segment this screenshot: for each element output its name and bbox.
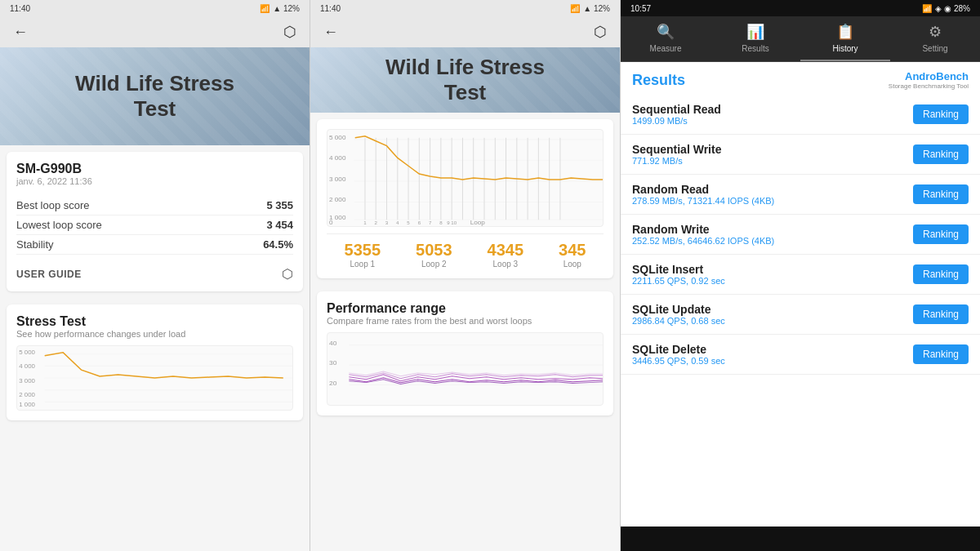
benchmark-rand-read: Random Read 278.59 MB/s, 71321.44 IOPS (… [621, 175, 980, 215]
perf-range-sub: Compare frame rates from the best and wo… [327, 316, 604, 326]
seq-write-value: 771.92 MB/s [632, 156, 721, 166]
svg-text:5 000: 5 000 [19, 349, 35, 355]
svg-text:5 000: 5 000 [329, 134, 346, 141]
svg-text:2 000: 2 000 [329, 197, 346, 204]
hero-title-left: Wild Life StressTest [75, 71, 234, 122]
stability-value: 64.5% [263, 238, 293, 251]
loop-score-2: 5053 Loop 2 [416, 241, 452, 269]
sqlite-insert-name: SQLite Insert [632, 263, 725, 276]
sqlite-update-value: 2986.84 QPS, 0.68 sec [632, 316, 725, 326]
benchmark-sqlite-insert: SQLite Insert 2211.65 QPS, 0.92 sec Rank… [621, 255, 980, 295]
sqlite-delete-ranking-btn[interactable]: Ranking [913, 344, 969, 364]
rand-write-ranking-btn[interactable]: Ranking [913, 224, 969, 244]
seq-read-value: 1499.09 MB/s [632, 116, 721, 126]
results-icon: 📊 [746, 23, 764, 41]
perf-range-title: Performance range [327, 301, 604, 316]
rand-read-name: Random Read [632, 183, 774, 196]
loop-3-value: 4345 [488, 241, 524, 260]
back-icon-mid[interactable]: ← [323, 24, 338, 41]
best-loop-row: Best loop score 5 355 [16, 196, 293, 216]
share-icon-guide[interactable]: ⬡ [282, 266, 293, 282]
back-icon-left[interactable]: ← [13, 24, 28, 41]
main-chart-svg: 5 000 4 000 3 000 2 000 1 000 0 [327, 130, 603, 226]
sqlite-update-name: SQLite Update [632, 303, 725, 316]
status-bar-mid: 11:40 📶 ▲ 12% [310, 0, 620, 16]
benchmark-seq-read: Sequential Read 1499.09 MB/s Ranking [621, 95, 980, 135]
svg-text:2: 2 [375, 220, 378, 225]
phone-panel-left: 11:40 📶 ▲ 12% ← ⬡ Wild Life StressTest S… [0, 0, 310, 551]
wifi-icon: 📶 [260, 4, 270, 13]
status-bar-left: 11:40 📶 ▲ 12% [0, 0, 310, 16]
loop-score-3: 4345 Loop 3 [488, 241, 524, 269]
main-line-chart: 5 000 4 000 3 000 2 000 1 000 0 [327, 129, 604, 227]
device-info-section: SM-G990B janv. 6, 2022 11:36 Best loop s… [7, 152, 303, 291]
perf-range-section: Performance range Compare frame rates fr… [317, 291, 613, 415]
tab-setting[interactable]: ⚙ Setting [890, 16, 980, 61]
sqlite-delete-name: SQLite Delete [632, 343, 725, 356]
share-icon-mid[interactable]: ⬡ [594, 23, 607, 41]
status-bar-right: 10:57 📶 ◈ ◉ 28% [621, 0, 980, 16]
battery-mid: ▲ 12% [583, 4, 610, 13]
status-time-mid: 11:40 [320, 4, 341, 13]
rand-read-value: 278.59 MB/s, 71321.44 IOPS (4KB) [632, 196, 774, 206]
svg-text:7: 7 [429, 220, 432, 225]
loop-score-avg: 345 Loop [559, 241, 586, 269]
share-icon-left[interactable]: ⬡ [283, 23, 296, 41]
device-name: SM-G990B [16, 162, 293, 176]
loop-score-1: 5355 Loop 1 [345, 241, 381, 269]
seq-write-ranking-btn[interactable]: Ranking [913, 144, 969, 164]
tab-history-label: History [832, 44, 858, 53]
loop-3-label: Loop 3 [488, 260, 524, 269]
svg-text:9 10: 9 10 [447, 220, 457, 225]
svg-text:6: 6 [418, 220, 421, 225]
right-bottom-bar [621, 527, 980, 551]
tab-results-label: Results [742, 44, 768, 53]
svg-text:3 000: 3 000 [19, 377, 35, 384]
svg-text:20: 20 [329, 380, 337, 387]
lowest-loop-row: Lowest loop score 3 454 [16, 216, 293, 235]
svg-text:40: 40 [329, 340, 337, 347]
bottom-nav-bar: 🔍 Measure 📊 Results 📋 History ⚙ Setting [621, 16, 980, 62]
battery-right: ◈ ◉ 28% [935, 4, 970, 13]
tab-setting-label: Setting [922, 44, 947, 53]
benchmark-rand-write: Random Write 252.52 MB/s, 64646.62 IOPS … [621, 215, 980, 255]
main-chart-section: 5 000 4 000 3 000 2 000 1 000 0 [317, 119, 613, 278]
top-nav-mid: ← ⬡ [310, 16, 620, 47]
svg-text:Loop: Loop [470, 219, 486, 226]
stability-row: Stability 64.5% [16, 235, 293, 255]
rand-read-ranking-btn[interactable]: Ranking [913, 184, 969, 204]
stress-chart-left: 5 000 4 000 3 000 2 000 1 000 [16, 345, 293, 411]
loop-scores-row: 5355 Loop 1 5053 Loop 2 4345 Loop 3 345 … [327, 233, 604, 269]
results-title: Results [632, 72, 685, 89]
top-nav-left: ← ⬡ [0, 16, 310, 47]
seq-read-ranking-btn[interactable]: Ranking [913, 104, 969, 124]
best-loop-label: Best loop score [16, 199, 90, 211]
tab-history[interactable]: 📋 History [800, 16, 890, 61]
seq-write-name: Sequential Write [632, 143, 721, 156]
svg-text:4 000: 4 000 [19, 363, 35, 370]
setting-icon: ⚙ [929, 23, 942, 41]
sqlite-delete-value: 3446.95 QPS, 0.59 sec [632, 356, 725, 366]
svg-text:1 000: 1 000 [19, 402, 35, 408]
loop-avg-value: 345 [559, 241, 586, 260]
svg-text:3: 3 [385, 220, 389, 225]
tab-measure[interactable]: 🔍 Measure [621, 16, 710, 61]
status-time-right: 10:57 [630, 4, 651, 13]
sqlite-insert-ranking-btn[interactable]: Ranking [913, 264, 969, 284]
svg-text:8: 8 [439, 220, 443, 225]
svg-text:2 000: 2 000 [19, 392, 35, 398]
user-guide-text[interactable]: USER GUIDE [16, 269, 82, 280]
loop-1-label: Loop 1 [345, 260, 381, 269]
rand-write-name: Random Write [632, 223, 774, 236]
androbench-name: AndroBench [889, 70, 969, 82]
androbench-sub: Storage Benchmarking Tool [889, 82, 969, 90]
sqlite-insert-value: 2211.65 QPS, 0.92 sec [632, 276, 725, 286]
lowest-loop-value: 3 454 [266, 219, 293, 231]
sqlite-update-ranking-btn[interactable]: Ranking [913, 304, 969, 324]
tab-measure-label: Measure [650, 44, 682, 53]
rand-write-value: 252.52 MB/s, 64646.62 IOPS (4KB) [632, 236, 774, 246]
svg-text:4: 4 [396, 220, 399, 225]
svg-text:0: 0 [329, 219, 333, 226]
svg-text:1: 1 [363, 220, 367, 225]
tab-results[interactable]: 📊 Results [710, 16, 800, 61]
